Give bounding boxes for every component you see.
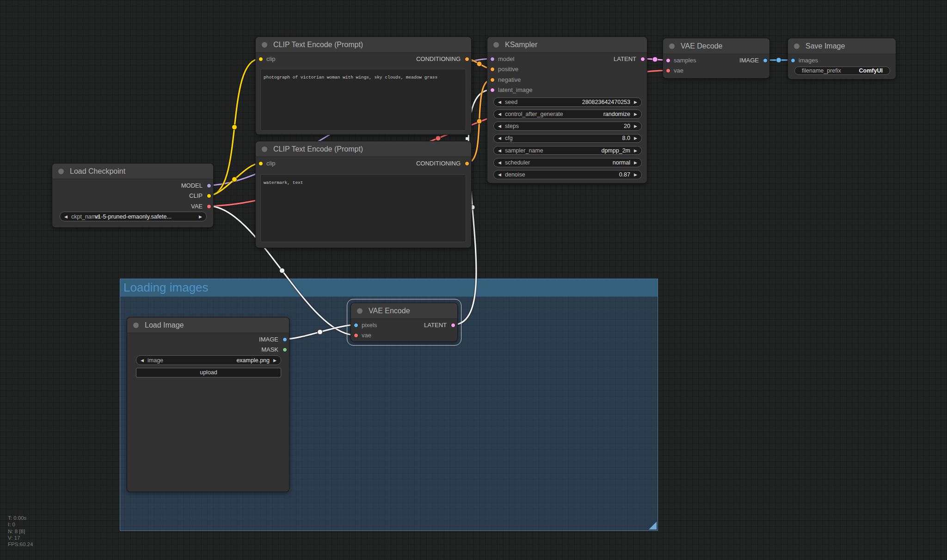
increment-arrow-icon[interactable]: ▶ (634, 134, 637, 143)
output-port-MASK[interactable] (283, 347, 287, 352)
link-midpoint-dot[interactable] (232, 125, 237, 130)
upload-widget[interactable]: upload (136, 368, 281, 377)
link-midpoint-dot[interactable] (232, 177, 237, 182)
widget-value: ComfyUI (859, 67, 883, 74)
decrement-arrow-icon[interactable]: ◀ (498, 110, 501, 118)
input-port-label: vae (362, 331, 371, 340)
output-port-CONDITIONING[interactable] (465, 57, 469, 61)
perf-stat-line: V: 17 (8, 535, 33, 541)
input-port-clip[interactable] (258, 161, 263, 166)
node-clip-text-encode-prompt-[interactable]: CLIP Text Encode (Prompt)clipCONDITIONIN… (255, 37, 472, 135)
input-port-negative[interactable] (490, 78, 495, 82)
input-port-images[interactable] (791, 58, 795, 63)
node-title-text: VAE Decode (681, 42, 722, 50)
node-save-image[interactable]: Save Imageimagesfilename_prefixComfyUI (787, 38, 896, 79)
output-port-IMAGE[interactable] (763, 58, 768, 63)
node-status-dot (133, 323, 139, 328)
input-port-vae[interactable] (666, 68, 670, 73)
link-midpoint-dot[interactable] (477, 119, 482, 124)
prompt-textarea[interactable]: photograph of victorian woman with wings… (260, 69, 466, 131)
node-title-text: Load Image (145, 321, 184, 329)
node-status-dot (493, 42, 499, 48)
graph-canvas[interactable]: Loading images Load CheckpointMODELCLIPV… (0, 0, 947, 560)
node-clip-text-encode-prompt-[interactable]: CLIP Text Encode (Prompt)clipCONDITIONIN… (255, 141, 472, 248)
output-port-LATENT[interactable] (451, 323, 455, 328)
link-midpoint-dot[interactable] (652, 57, 658, 62)
input-port-latent_image[interactable] (490, 88, 495, 92)
widget-value: v1-5-pruned-emaonly.safete... (60, 212, 206, 221)
increment-arrow-icon[interactable]: ▶ (273, 356, 277, 365)
control_after_generate-widget[interactable]: ◀▶control_after_generaterandomize (493, 110, 642, 119)
ckpt_name-widget[interactable]: ◀▶ckpt_namev1-5-pruned-emaonly.safete... (60, 212, 207, 221)
widget-label: control_after_generate (505, 110, 563, 118)
input-port-label: clip (266, 55, 276, 63)
input-port-clip[interactable] (258, 57, 263, 61)
perf-stat-line: I: 0 (8, 521, 33, 528)
perf-stat-line: N: 8 [8] (8, 528, 33, 535)
output-port-VAE[interactable] (207, 204, 211, 209)
widget-value: 8.0 (622, 134, 630, 143)
widget-label: steps (505, 122, 519, 130)
output-port-label: IMAGE (259, 335, 278, 344)
node-vae-decode[interactable]: VAE DecodesamplesvaeIMAGE (663, 38, 770, 79)
decrement-arrow-icon[interactable]: ◀ (141, 356, 144, 365)
node-title-bar: Save Image (788, 38, 896, 54)
output-port-label: CLIP (189, 192, 203, 200)
link-midpoint-dot[interactable] (776, 58, 781, 63)
widget-label: seed (505, 98, 517, 106)
input-port-positive[interactable] (490, 67, 495, 72)
seed-widget[interactable]: ◀▶seed280823642470253 (493, 97, 642, 107)
decrement-arrow-icon[interactable]: ◀ (498, 134, 501, 143)
link-midpoint-dot[interactable] (318, 329, 323, 335)
prompt-textarea[interactable]: watermark, text (260, 174, 466, 242)
increment-arrow-icon[interactable]: ▶ (634, 158, 637, 167)
link-midpoint-dot[interactable] (477, 61, 482, 67)
cfg-widget[interactable]: ◀▶cfg8.0 (493, 134, 642, 143)
output-port-label: MASK (261, 346, 278, 354)
node-ksampler[interactable]: KSamplermodelpositivenegativelatent_imag… (487, 37, 647, 183)
sampler_name-widget[interactable]: ◀▶sampler_namedpmpp_2m (493, 146, 642, 155)
input-port-label: images (799, 56, 818, 65)
node-load-image[interactable]: Load ImageIMAGEMASK◀▶imageexample.pngupl… (127, 317, 289, 492)
link-midpoint-dot[interactable] (436, 136, 441, 141)
denoise-widget[interactable]: ◀▶denoise0.87 (493, 170, 642, 179)
increment-arrow-icon[interactable]: ▶ (634, 110, 637, 118)
scheduler-widget[interactable]: ◀▶schedulernormal (493, 158, 642, 167)
input-port-model[interactable] (490, 57, 495, 61)
node-title-bar: CLIP Text Encode (Prompt) (256, 37, 471, 53)
widget-value: 20 (624, 122, 630, 130)
image-widget[interactable]: ◀▶imageexample.png (136, 355, 281, 365)
output-port-CLIP[interactable] (207, 194, 211, 198)
increment-arrow-icon[interactable]: ▶ (634, 122, 637, 130)
node-status-dot (794, 43, 799, 49)
output-port-LATENT[interactable] (640, 57, 645, 61)
link-handle-marker (466, 137, 468, 140)
increment-arrow-icon[interactable]: ▶ (634, 146, 637, 155)
decrement-arrow-icon[interactable]: ◀ (498, 158, 501, 167)
output-port-CONDITIONING[interactable] (465, 161, 469, 166)
increment-arrow-icon[interactable]: ▶ (634, 170, 637, 179)
input-port-pixels[interactable] (354, 323, 358, 328)
widget-value: 0.87 (619, 170, 630, 179)
decrement-arrow-icon[interactable]: ◀ (498, 122, 501, 130)
filename_prefix-widget[interactable]: filename_prefixComfyUI (794, 67, 890, 75)
node-load-checkpoint[interactable]: Load CheckpointMODELCLIPVAE◀▶ckpt_namev1… (52, 163, 214, 228)
input-port-vae[interactable] (354, 333, 358, 338)
steps-widget[interactable]: ◀▶steps20 (493, 122, 642, 131)
decrement-arrow-icon[interactable]: ◀ (498, 98, 501, 106)
widget-value: randomize (603, 110, 630, 118)
decrement-arrow-icon[interactable]: ◀ (498, 170, 501, 179)
increment-arrow-icon[interactable]: ▶ (634, 98, 637, 106)
input-port-label: samples (674, 56, 696, 65)
output-port-label: MODEL (181, 182, 203, 190)
output-port-MODEL[interactable] (207, 183, 211, 188)
input-port-samples[interactable] (666, 58, 670, 63)
output-port-IMAGE[interactable] (283, 337, 287, 342)
decrement-arrow-icon[interactable]: ◀ (498, 146, 501, 155)
widget-label: denoise (505, 170, 525, 179)
node-status-dot (357, 308, 363, 314)
node-vae-encode[interactable]: VAE EncodepixelsvaeLATENT (351, 303, 458, 342)
widget-value: dpmpp_2m (601, 146, 630, 155)
link-midpoint-dot[interactable] (280, 268, 285, 273)
perf-stats: T: 0.00sI: 0N: 8 [8]V: 17FPS:60.24 (8, 515, 33, 548)
